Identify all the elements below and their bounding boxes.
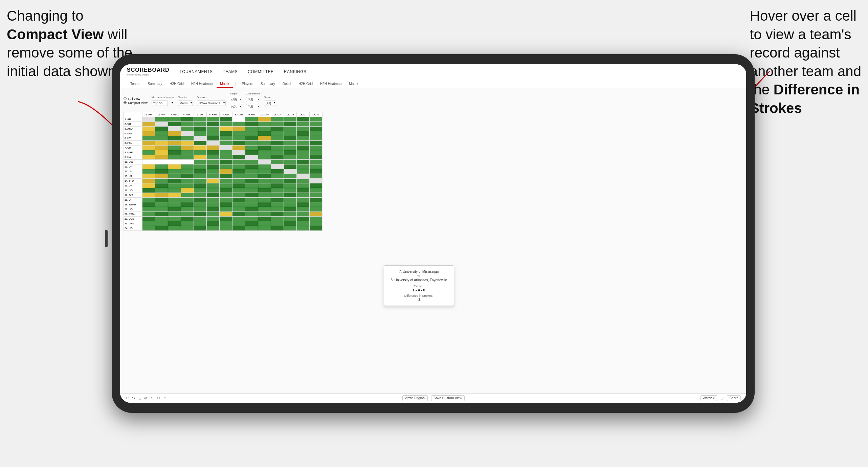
matrix-cell[interactable] xyxy=(194,122,207,127)
matrix-cell[interactable] xyxy=(284,207,297,212)
matrix-cell[interactable] xyxy=(181,179,194,183)
matrix-cell[interactable] xyxy=(284,127,297,131)
matrix-cell[interactable] xyxy=(310,217,322,221)
matrix-cell[interactable] xyxy=(258,141,271,146)
matrix-cell[interactable] xyxy=(207,155,220,160)
matrix-cell[interactable] xyxy=(168,160,181,164)
matrix-cell[interactable] xyxy=(207,217,220,221)
matrix-cell[interactable] xyxy=(194,217,207,221)
matrix-cell[interactable] xyxy=(168,212,181,217)
matrix-cell[interactable] xyxy=(258,198,271,202)
matrix-cell[interactable] xyxy=(258,221,271,226)
sub-tab-h2hgrid1[interactable]: H2H Grid xyxy=(166,81,187,88)
matrix-cell[interactable] xyxy=(155,198,168,202)
matrix-cell[interactable] xyxy=(232,155,245,160)
matrix-cell[interactable] xyxy=(194,160,207,164)
matrix-cell[interactable] xyxy=(297,174,310,179)
matrix-cell[interactable] xyxy=(232,207,245,212)
matrix-cell[interactable] xyxy=(181,198,194,202)
matrix-cell[interactable] xyxy=(220,207,232,212)
team-select[interactable]: (All) xyxy=(264,101,276,106)
matrix-cell[interactable] xyxy=(297,150,310,155)
matrix-cell[interactable] xyxy=(142,193,155,198)
matrix-cell[interactable] xyxy=(220,217,232,221)
matrix-cell[interactable] xyxy=(232,212,245,217)
matrix-cell[interactable] xyxy=(297,179,310,183)
matrix-cell[interactable] xyxy=(155,193,168,198)
max-teams-select[interactable]: Top 50 xyxy=(152,101,168,106)
matrix-cell[interactable] xyxy=(258,183,271,188)
matrix-cell[interactable] xyxy=(310,198,322,202)
matrix-cell[interactable] xyxy=(220,117,232,122)
matrix-cell[interactable] xyxy=(220,202,232,207)
matrix-cell[interactable] xyxy=(155,212,168,217)
matrix-cell[interactable] xyxy=(142,226,155,231)
matrix-cell[interactable] xyxy=(142,164,155,169)
matrix-cell[interactable] xyxy=(194,221,207,226)
matrix-cell[interactable] xyxy=(194,136,207,141)
matrix-cell[interactable] xyxy=(194,155,207,160)
matrix-cell[interactable] xyxy=(142,131,155,136)
matrix-cell[interactable] xyxy=(142,155,155,160)
matrix-cell[interactable] xyxy=(284,217,297,221)
matrix-cell[interactable] xyxy=(155,174,168,179)
matrix-cell[interactable] xyxy=(258,136,271,141)
matrix-cell[interactable] xyxy=(297,169,310,174)
matrix-cell[interactable] xyxy=(232,174,245,179)
matrix-cell[interactable] xyxy=(207,212,220,217)
matrix-cell[interactable] xyxy=(258,146,271,150)
matrix-cell[interactable] xyxy=(194,188,207,193)
matrix-cell[interactable] xyxy=(207,136,220,141)
matrix-cell[interactable] xyxy=(207,141,220,146)
sub-tab-detail[interactable]: Detail xyxy=(279,81,295,88)
matrix-cell[interactable] xyxy=(181,169,194,174)
matrix-cell[interactable] xyxy=(155,179,168,183)
matrix-cell[interactable] xyxy=(245,169,258,174)
matrix-cell[interactable] xyxy=(232,226,245,231)
compact-view-radio[interactable] xyxy=(124,101,127,104)
matrix-cell[interactable] xyxy=(194,131,207,136)
matrix-cell[interactable] xyxy=(181,202,194,207)
matrix-cell[interactable] xyxy=(232,217,245,221)
matrix-cell[interactable] xyxy=(245,155,258,160)
matrix-cell[interactable] xyxy=(310,179,322,183)
matrix-cell[interactable] xyxy=(207,127,220,131)
matrix-cell[interactable] xyxy=(297,127,310,131)
matrix-cell[interactable] xyxy=(142,179,155,183)
matrix-cell[interactable] xyxy=(142,117,155,122)
matrix-cell[interactable] xyxy=(232,198,245,202)
division-select[interactable]: NCAA Division I xyxy=(197,101,226,106)
sub-tab-summary1[interactable]: Summary xyxy=(144,81,165,88)
matrix-cell[interactable] xyxy=(271,217,284,221)
matrix-cell[interactable] xyxy=(258,207,271,212)
matrix-cell[interactable] xyxy=(207,122,220,127)
matrix-cell[interactable] xyxy=(142,183,155,188)
matrix-cell[interactable] xyxy=(220,188,232,193)
matrix-cell[interactable] xyxy=(194,207,207,212)
matrix-cell[interactable] xyxy=(232,127,245,131)
matrix-cell[interactable] xyxy=(220,136,232,141)
matrix-cell[interactable] xyxy=(271,146,284,150)
matrix-cell[interactable] xyxy=(142,122,155,127)
matrix-cell[interactable] xyxy=(297,155,310,160)
matrix-cell[interactable] xyxy=(194,179,207,183)
matrix-cell[interactable] xyxy=(284,117,297,122)
matrix-cell[interactable] xyxy=(181,183,194,188)
matrix-cell[interactable] xyxy=(297,212,310,217)
matrix-cell[interactable] xyxy=(271,212,284,217)
matrix-cell[interactable] xyxy=(245,141,258,146)
matrix-cell[interactable] xyxy=(207,193,220,198)
matrix-cell[interactable] xyxy=(284,188,297,193)
matrix-cell[interactable] xyxy=(155,122,168,127)
matrix-cell[interactable] xyxy=(220,131,232,136)
matrix-cell[interactable] xyxy=(245,183,258,188)
matrix-cell[interactable] xyxy=(258,212,271,217)
matrix-cell[interactable] xyxy=(310,155,322,160)
sub-tab-h2hgrid2[interactable]: H2H Grid xyxy=(295,81,316,88)
matrix-cell[interactable] xyxy=(207,169,220,174)
matrix-cell[interactable] xyxy=(220,160,232,164)
matrix-cell[interactable] xyxy=(310,150,322,155)
matrix-cell[interactable] xyxy=(310,174,322,179)
matrix-cell[interactable] xyxy=(194,226,207,231)
matrix-cell[interactable] xyxy=(245,202,258,207)
